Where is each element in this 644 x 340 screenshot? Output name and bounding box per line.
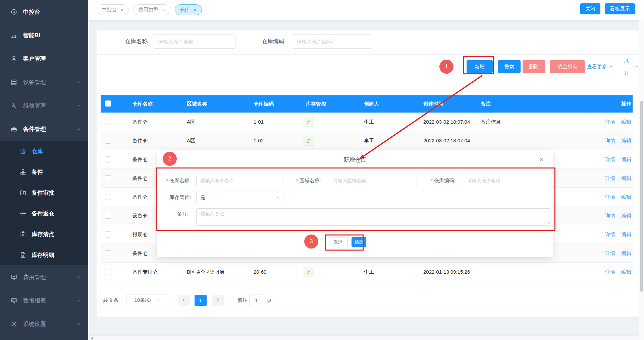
row-checkbox[interactable] — [105, 156, 111, 162]
detail-link[interactable]: 详情 — [605, 156, 615, 162]
remark-textarea[interactable] — [196, 208, 551, 226]
sidebar-item-expense[interactable]: 费用管理 — [0, 265, 88, 289]
edit-link[interactable]: 编辑 — [621, 213, 631, 218]
page-size-select[interactable]: 10条/页 — [126, 294, 168, 306]
delete-button[interactable]: 删除 — [523, 60, 545, 73]
detail-link[interactable]: 详情 — [605, 194, 615, 200]
cell-created-time: 2022-01-13 09:15:26 — [423, 263, 470, 281]
row-checkbox[interactable] — [105, 231, 111, 237]
modal-close-icon[interactable] — [539, 157, 544, 162]
detail-link[interactable]: 详情 — [605, 213, 615, 218]
column-header-area-name: 区域名称 — [187, 95, 207, 113]
detail-link[interactable]: 详情 — [605, 231, 615, 237]
confirm-button[interactable]: 确定 — [352, 237, 366, 247]
edit-link[interactable]: 编辑 — [621, 194, 631, 200]
next-page-button[interactable] — [212, 295, 224, 306]
warehouse-name-filter-input[interactable] — [153, 35, 235, 49]
tab-console[interactable]: 中控台 — [97, 4, 129, 15]
row-checkbox[interactable] — [105, 119, 111, 125]
cell-warehouse-name: 备件仓 — [132, 188, 148, 206]
detail-link[interactable]: 详情 — [605, 269, 615, 275]
sidebar-item-reports[interactable]: 数据报表 — [0, 289, 88, 312]
parts-icon — [19, 168, 26, 176]
cancel-button[interactable]: 取消 — [329, 237, 347, 247]
sidebar-item-bi[interactable]: 智能BI — [0, 23, 88, 47]
submenu-item-stocktake[interactable]: 库存清点 — [0, 224, 88, 245]
tab-expense-type[interactable]: 费用类型 — [133, 4, 170, 15]
sidebar-item-devices[interactable]: 设备管理 — [0, 70, 88, 94]
expand-link[interactable]: 展开 — [624, 60, 639, 73]
submenu-item-parts-return[interactable]: 备件返仓 — [0, 203, 88, 224]
column-header-creator: 创建人 — [364, 95, 379, 113]
cell-warehouse-name: 备件仓 — [132, 113, 148, 131]
edit-link[interactable]: 编辑 — [621, 175, 631, 181]
menu-label: 备件 — [32, 168, 43, 176]
vertical-scrollbar-thumb[interactable] — [640, 101, 643, 292]
chevron-down-icon — [76, 275, 81, 279]
table-header: 仓库名称区域名称仓库编码库存管控创建人创建时间备注操作 — [101, 95, 633, 113]
modal-area-name-input[interactable] — [329, 175, 417, 186]
prev-page-button[interactable] — [178, 295, 190, 306]
edit-link[interactable]: 编辑 — [621, 119, 631, 125]
tab-warehouse[interactable]: 仓库 — [175, 4, 202, 15]
row-checkbox[interactable] — [105, 213, 111, 219]
row-checkbox[interactable] — [105, 194, 111, 200]
sidebar-item-repair[interactable]: 维修管理 — [0, 94, 88, 117]
edit-link[interactable]: 编辑 — [621, 231, 631, 237]
tab-label: 费用类型 — [138, 7, 158, 13]
board-display-button[interactable]: 看板展示 — [605, 3, 635, 14]
cell-warehouse-name: 备件仓 — [132, 150, 148, 169]
add-button[interactable]: 新增 — [467, 60, 493, 73]
stock-control-tag: 是 — [304, 136, 314, 146]
cell-area-name: A区 — [187, 131, 195, 150]
sidebar-item-settings[interactable]: 系统设置 — [0, 312, 88, 336]
warehouse-code-filter-input[interactable] — [292, 35, 372, 49]
tab-close-icon[interactable] — [162, 8, 165, 12]
tab-close-icon[interactable] — [193, 8, 197, 12]
submenu-item-parts[interactable]: 备件 — [0, 161, 88, 182]
submenu-item-warehouse[interactable]: 仓库 — [0, 141, 88, 161]
sidebar-item-spares[interactable]: 备件管理 — [0, 117, 88, 141]
close-button[interactable]: 关闭 — [580, 3, 600, 14]
clear-all-button[interactable]: 清空所有 — [550, 60, 585, 73]
row-checkbox[interactable] — [105, 175, 111, 181]
row-actions: 详情编辑 — [599, 206, 631, 225]
detail-link[interactable]: 详情 — [605, 138, 615, 143]
sidebar-menu-top: 中控台智能BI客户管理设备管理维修管理备件管理 — [0, 0, 88, 141]
tab-close-icon[interactable] — [120, 8, 124, 12]
submenu-item-parts-approval[interactable]: 备件审批 — [0, 182, 88, 203]
view-more-link[interactable]: 查看更多 — [587, 60, 613, 73]
menu-label: 智能BI — [23, 31, 40, 39]
submenu-item-stock-detail[interactable]: 库存明细 — [0, 245, 88, 265]
scroll-left-arrow-icon[interactable] — [91, 337, 93, 340]
modal-warehouse-code-input[interactable] — [463, 175, 551, 186]
edit-link[interactable]: 编辑 — [621, 250, 631, 256]
page-1-button[interactable]: 1 — [195, 295, 207, 306]
stock-control-tag: 是 — [304, 117, 314, 127]
sidebar-menu-bottom: 费用管理数据报表系统设置 — [0, 265, 88, 336]
sidebar-item-customers[interactable]: 客户管理 — [0, 47, 88, 70]
cell-warehouse-name: 备件仓 — [132, 169, 148, 188]
detail-link[interactable]: 详情 — [605, 119, 615, 125]
sidebar-item-console[interactable]: 中控台 — [0, 0, 88, 23]
column-header-created-time: 创建时间 — [423, 95, 443, 113]
edit-link[interactable]: 编辑 — [621, 156, 631, 162]
row-checkbox[interactable] — [105, 250, 111, 256]
select-all-checkbox[interactable] — [105, 100, 111, 107]
modal-title: 新增仓库 — [157, 156, 553, 164]
row-actions: 详情编辑 — [599, 225, 631, 244]
edit-link[interactable]: 编辑 — [621, 269, 631, 275]
menu-label: 备件管理 — [23, 125, 46, 133]
detail-link[interactable]: 详情 — [605, 250, 615, 256]
row-checkbox[interactable] — [105, 269, 111, 275]
stock-control-select[interactable]: 是 — [196, 192, 283, 203]
edit-link[interactable]: 编辑 — [621, 138, 631, 143]
modal-warehouse-name-input[interactable] — [196, 175, 283, 186]
detail-link[interactable]: 详情 — [605, 175, 615, 181]
bi-icon — [10, 31, 17, 39]
row-checkbox[interactable] — [105, 138, 111, 144]
goto-page-input[interactable] — [249, 294, 263, 306]
row-actions: 详情编辑 — [599, 244, 631, 263]
search-button[interactable]: 搜索 — [498, 60, 521, 73]
cell-area-name: A区 — [187, 113, 195, 131]
